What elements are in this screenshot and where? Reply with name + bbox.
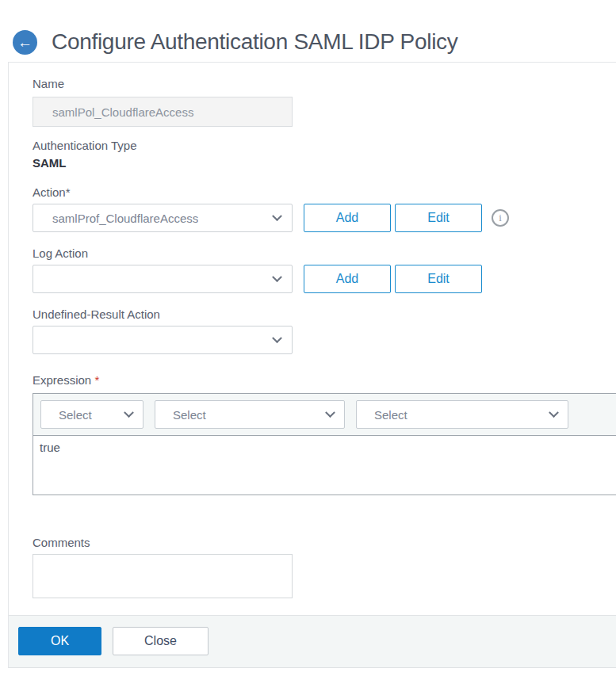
chevron-down-icon: [272, 211, 282, 221]
back-arrow-icon: ←: [17, 35, 33, 50]
chevron-down-icon: [124, 407, 134, 418]
undefined-result-action-label: Undefined-Result Action: [33, 307, 616, 321]
page-header: ← Configure Authentication SAML IDP Poli…: [0, 0, 616, 62]
undefined-result-action-select[interactable]: [33, 326, 293, 354]
chevron-down-icon: [325, 407, 335, 418]
expression-select-1[interactable]: Select: [40, 400, 143, 429]
required-asterisk: *: [94, 373, 99, 387]
expression-select-3-placeholder: Select: [374, 408, 407, 422]
form-panel: Name Authentication Type SAML Action* sa…: [8, 62, 616, 668]
action-label: Action*: [33, 185, 616, 199]
page-title: Configure Authentication SAML IDP Policy: [52, 29, 458, 55]
chevron-down-icon: [272, 333, 282, 343]
log-action-select[interactable]: [33, 265, 293, 293]
comments-input[interactable]: [33, 554, 293, 598]
form-footer: OK Close: [9, 615, 616, 667]
close-button[interactable]: Close: [113, 627, 209, 655]
expression-select-3[interactable]: Select: [356, 400, 568, 429]
log-action-label: Log Action: [33, 246, 616, 260]
chevron-down-icon: [272, 272, 282, 282]
authentication-type-label: Authentication Type: [33, 139, 616, 152]
log-action-add-button[interactable]: Add: [304, 265, 391, 293]
action-select-value: samlProf_CloudflareAccess: [52, 212, 198, 225]
name-label: Name: [33, 77, 616, 90]
log-action-edit-button[interactable]: Edit: [395, 265, 482, 293]
chevron-down-icon: [549, 407, 559, 418]
expression-select-1-placeholder: Select: [59, 408, 92, 422]
action-edit-button[interactable]: Edit: [395, 204, 482, 232]
expression-select-2[interactable]: Select: [155, 400, 345, 429]
expression-toolbar: Select Select Select: [33, 393, 616, 436]
expression-input[interactable]: true: [33, 436, 616, 495]
ok-button[interactable]: OK: [18, 627, 101, 655]
name-input: [33, 97, 293, 127]
info-icon[interactable]: i: [492, 209, 509, 227]
comments-label: Comments: [33, 536, 616, 549]
expression-label: Expression *: [33, 373, 616, 387]
action-select[interactable]: samlProf_CloudflareAccess: [33, 204, 293, 232]
back-button[interactable]: ←: [13, 30, 37, 55]
expression-select-2-placeholder: Select: [173, 408, 206, 422]
action-add-button[interactable]: Add: [304, 204, 391, 232]
authentication-type-value: SAML: [33, 156, 616, 170]
